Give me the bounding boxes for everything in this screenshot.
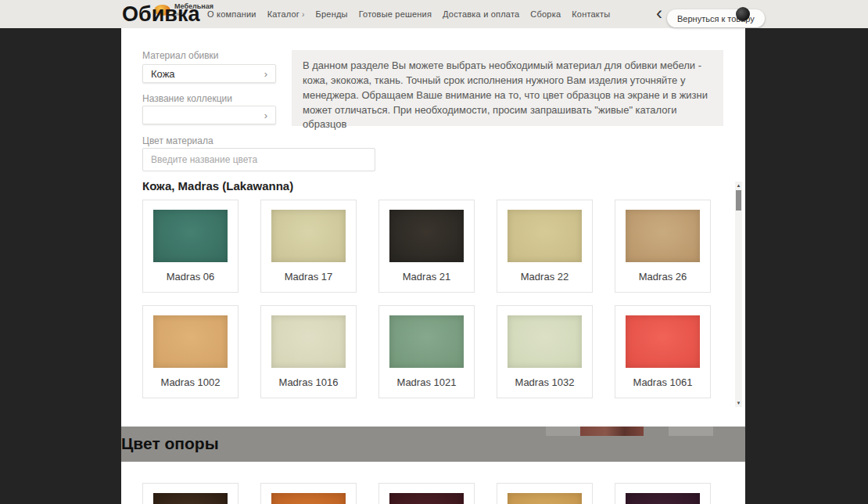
nav-item-label: Готовые решения bbox=[359, 9, 432, 19]
nav-item-label: Доставка и оплата bbox=[443, 9, 519, 19]
chevron-right-icon: › bbox=[264, 110, 267, 121]
collection-title: Кожа, Madras (Lakawanna) bbox=[142, 179, 293, 193]
nav-item-label: Сборка bbox=[530, 9, 561, 19]
swatch-image bbox=[389, 493, 464, 504]
swatch-card[interactable] bbox=[378, 483, 475, 504]
scrollbar[interactable]: ▲ ▼ bbox=[735, 182, 742, 407]
chevron-right-icon: › bbox=[264, 68, 267, 80]
swatch-image bbox=[389, 315, 464, 368]
swatch-label: Madras 1021 bbox=[379, 376, 474, 388]
swatch-label: Madras 1002 bbox=[143, 376, 238, 388]
swatch-card[interactable]: Madras 1032 bbox=[497, 305, 593, 398]
screen: Мебельная эко О компанииКаталог›БрендыГо… bbox=[0, 0, 868, 504]
swatch-image bbox=[153, 315, 228, 368]
swatch-image bbox=[153, 210, 228, 262]
info-text: В данном разделе Вы можете выбрать необх… bbox=[292, 50, 723, 126]
swatch-card[interactable]: Madras 1016 bbox=[260, 305, 357, 398]
color-filter-label: Цвет материала bbox=[142, 135, 213, 146]
swatch-card[interactable]: Madras 21 bbox=[378, 200, 475, 293]
swatch-label: Madras 21 bbox=[379, 271, 474, 283]
swatch-card[interactable]: Madras 22 bbox=[497, 200, 593, 293]
dimmed-image bbox=[580, 427, 644, 436]
upholstery-panel: Материал обивки Кожа › Название коллекци… bbox=[121, 28, 745, 427]
swatch-image bbox=[626, 315, 700, 368]
chevron-icon: › bbox=[302, 10, 305, 19]
nav-item[interactable]: Бренды bbox=[316, 9, 348, 19]
dimmed-image bbox=[669, 427, 713, 436]
swatch-image bbox=[271, 210, 346, 262]
back-chevron-icon[interactable]: ‹ bbox=[656, 4, 662, 23]
swatch-card[interactable]: Madras 17 bbox=[260, 200, 357, 293]
collection-select[interactable]: › bbox=[142, 106, 276, 124]
dimmed-image bbox=[546, 427, 580, 436]
nav-item[interactable]: О компании bbox=[207, 9, 256, 19]
swatch-label: Madras 22 bbox=[497, 271, 592, 283]
swatch-image bbox=[626, 210, 700, 262]
swatch-image bbox=[271, 493, 346, 504]
support-swatch-grid bbox=[142, 483, 713, 504]
nav-item-label: О компании bbox=[207, 9, 256, 19]
back-to-product-button[interactable]: Вернуться к товару bbox=[667, 9, 765, 27]
upholstery-section-title: Обивка bbox=[122, 2, 199, 27]
scroll-up-icon[interactable]: ▲ bbox=[735, 182, 742, 189]
swatch-card[interactable]: Madras 26 bbox=[615, 200, 711, 293]
swatch-card[interactable] bbox=[497, 483, 593, 504]
material-select[interactable]: Кожа › bbox=[142, 64, 276, 83]
swatch-card[interactable] bbox=[142, 483, 239, 504]
swatch-image bbox=[389, 210, 464, 262]
scroll-down-icon[interactable]: ▼ bbox=[735, 399, 742, 407]
swatch-label: Madras 26 bbox=[615, 271, 710, 283]
material-select-value: Кожа bbox=[151, 68, 264, 80]
swatch-card[interactable]: Madras 1061 bbox=[615, 305, 711, 398]
nav-item[interactable]: Сборка bbox=[530, 9, 561, 19]
nav-item[interactable]: Контакты bbox=[572, 9, 610, 19]
swatch-image bbox=[508, 315, 582, 368]
swatch-card[interactable] bbox=[260, 483, 357, 504]
swatch-image bbox=[271, 315, 346, 368]
swatch-image bbox=[508, 493, 582, 504]
swatch-label: Madras 1061 bbox=[615, 376, 710, 388]
nav-item-label: Бренды bbox=[316, 9, 348, 19]
collection-filter-label: Название коллекции bbox=[142, 93, 232, 104]
swatch-image bbox=[626, 493, 700, 504]
swatch-card[interactable]: Madras 06 bbox=[142, 200, 239, 293]
account-icon[interactable] bbox=[736, 7, 750, 21]
support-section-title: Цвет опоры bbox=[121, 434, 219, 453]
swatch-card[interactable]: Madras 1002 bbox=[142, 305, 239, 398]
swatch-label: Madras 1016 bbox=[261, 376, 356, 388]
swatch-grid: Madras 06Madras 17Madras 21Madras 22Madr… bbox=[142, 200, 713, 398]
color-search-input[interactable] bbox=[142, 148, 375, 171]
main-nav: О компанииКаталог›БрендыГотовые решенияД… bbox=[207, 0, 610, 28]
nav-item[interactable]: Каталог› bbox=[267, 9, 305, 19]
swatch-image bbox=[153, 493, 228, 504]
swatch-card[interactable] bbox=[615, 483, 711, 504]
nav-item[interactable]: Готовые решения bbox=[359, 9, 432, 19]
nav-item-label: Каталог bbox=[267, 9, 299, 19]
swatch-image bbox=[508, 210, 582, 262]
nav-item-label: Контакты bbox=[572, 9, 610, 19]
material-filter-label: Материал обивки bbox=[142, 50, 219, 61]
scrollbar-thumb[interactable] bbox=[736, 190, 741, 211]
swatch-label: Madras 1032 bbox=[497, 376, 592, 388]
nav-item[interactable]: Доставка и оплата bbox=[443, 9, 519, 19]
swatch-card[interactable]: Madras 1021 bbox=[378, 305, 475, 398]
support-color-panel bbox=[121, 462, 745, 504]
swatch-label: Madras 17 bbox=[261, 271, 356, 283]
swatch-label: Madras 06 bbox=[143, 271, 238, 283]
